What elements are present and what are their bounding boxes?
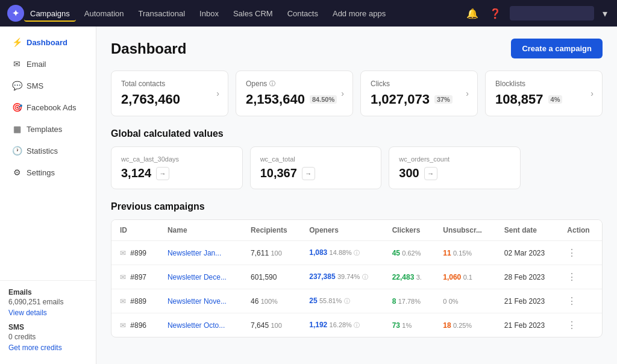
- nav-contacts[interactable]: Contacts: [281, 5, 324, 22]
- stat-card-contacts[interactable]: Total contacts 2,763,460 ›: [111, 71, 228, 116]
- settings-icon: ⚙: [12, 168, 22, 177]
- table-header-row: ID Name Recipients Openers Clickers Unsu…: [111, 220, 602, 241]
- sidebar-bottom: Emails 6,090,251 emails View details SMS…: [0, 280, 96, 359]
- email-row-icon-3: ✉: [120, 321, 126, 330]
- facebook-icon: 🎯: [12, 102, 22, 112]
- nav-automation[interactable]: Automation: [78, 5, 130, 22]
- cell-action-2: ⋮: [559, 289, 602, 313]
- calc-card-0[interactable]: wc_ca_last_30days 3,124 →: [111, 146, 243, 189]
- sidebar-item-settings[interactable]: ⚙ Settings: [4, 162, 92, 183]
- help-icon[interactable]: ❓: [487, 5, 504, 22]
- col-clickers: Clickers: [384, 220, 435, 241]
- cell-clickers-1: 22,483 3.: [384, 265, 435, 289]
- openers-info-icon-1: ⓘ: [362, 274, 368, 280]
- cell-name-2: Newsletter Nove...: [159, 289, 242, 313]
- campaign-link-0[interactable]: Newsletter Jan...: [168, 249, 221, 257]
- action-menu-0[interactable]: ⋮: [567, 248, 577, 258]
- campaigns-table: ID Name Recipients Openers Clickers Unsu…: [111, 220, 602, 337]
- sidebar-item-email[interactable]: ✉ Email: [4, 54, 92, 74]
- calc-arrow-0[interactable]: →: [156, 167, 169, 180]
- sidebar-item-statistics[interactable]: 🕐 Statistics: [4, 140, 92, 161]
- calc-arrow-1[interactable]: →: [302, 167, 315, 180]
- create-campaign-button[interactable]: Create a campaign: [511, 39, 603, 58]
- calc-card-2[interactable]: wc_orders_count 300 →: [389, 146, 521, 189]
- page-header: Dashboard Create a campaign: [111, 39, 603, 58]
- dashboard-icon: ⚡: [12, 37, 22, 47]
- page-title: Dashboard: [111, 40, 186, 57]
- cell-unsubscr-2: 0 0%: [434, 289, 496, 313]
- col-sent-date: Sent date: [496, 220, 559, 241]
- nav-right: 🔔 ❓ ▾: [464, 5, 610, 22]
- stat-card-opens[interactable]: Opens ⓘ 2,153,640 84.50% ›: [236, 71, 353, 116]
- sidebar-item-templates[interactable]: ▦ Templates: [4, 119, 92, 139]
- top-nav: ✦ Campaigns Automation Transactional Inb…: [0, 0, 617, 27]
- nav-sales-crm[interactable]: Sales CRM: [227, 5, 279, 22]
- calc-card-1[interactable]: wc_ca_total 10,367 →: [250, 146, 382, 189]
- nav-add-apps[interactable]: Add more apps: [327, 5, 392, 22]
- sms-label: SMS: [8, 323, 87, 331]
- main-content: Dashboard Create a campaign Total contac…: [96, 27, 617, 364]
- sidebar-label-templates: Templates: [27, 125, 62, 134]
- cell-action-3: ⋮: [559, 313, 602, 337]
- get-credits-link[interactable]: Get more credits: [8, 344, 62, 352]
- nav-transactional[interactable]: Transactional: [133, 5, 192, 22]
- openers-info-icon-3: ⓘ: [354, 322, 360, 328]
- campaign-link-1[interactable]: Newsletter Dece...: [168, 273, 227, 281]
- openers-info-icon-2: ⓘ: [344, 298, 350, 304]
- sidebar-label-statistics: Statistics: [27, 146, 58, 155]
- notifications-icon[interactable]: 🔔: [464, 5, 481, 22]
- sidebar-label-facebook: Facebook Ads: [27, 103, 76, 112]
- stat-card-blocklists[interactable]: Blocklists 108,857 4% ›: [485, 71, 603, 116]
- action-menu-3[interactable]: ⋮: [567, 320, 577, 330]
- stat-label-clicks: Clicks: [371, 80, 468, 88]
- calc-label-0: wc_ca_last_30days: [121, 155, 233, 163]
- emails-label: Emails: [8, 288, 87, 297]
- cell-id-1: ✉ #897: [111, 265, 159, 289]
- blocklists-badge: 4%: [548, 95, 563, 104]
- templates-icon: ▦: [12, 124, 22, 134]
- action-menu-1[interactable]: ⋮: [567, 272, 577, 282]
- org-search[interactable]: [510, 6, 594, 20]
- action-menu-2[interactable]: ⋮: [567, 296, 577, 306]
- calc-value-0: 3,124 →: [121, 166, 233, 180]
- email-row-icon-2: ✉: [120, 297, 126, 306]
- campaign-link-2[interactable]: Newsletter Nove...: [168, 297, 227, 306]
- sidebar-item-dashboard[interactable]: ⚡ Dashboard: [4, 32, 92, 52]
- nav-inbox[interactable]: Inbox: [193, 5, 225, 22]
- stats-grid: Total contacts 2,763,460 › Opens ⓘ 2,153…: [111, 71, 603, 116]
- nav-links: Campaigns Automation Transactional Inbox…: [24, 5, 464, 22]
- opens-badge: 84.50%: [310, 95, 337, 104]
- stat-arrow-opens: ›: [341, 89, 344, 98]
- cell-recipients-3: 7,645 100: [242, 313, 301, 337]
- stat-value-blocklists: 108,857 4%: [495, 92, 592, 107]
- dropdown-icon[interactable]: ▾: [600, 5, 610, 22]
- cell-openers-2: 25 55.81% ⓘ: [301, 289, 383, 313]
- cell-openers-0: 1,083 14.88% ⓘ: [301, 241, 383, 265]
- col-id: ID: [111, 220, 159, 241]
- cell-sent-date-0: 02 Mar 2023: [496, 241, 559, 265]
- email-row-icon-0: ✉: [120, 249, 126, 257]
- stat-arrow-clicks: ›: [466, 89, 469, 98]
- main-layout: ⚡ Dashboard ✉ Email 💬 SMS 🎯 Facebook Ads…: [0, 27, 617, 364]
- nav-campaigns[interactable]: Campaigns: [24, 5, 76, 22]
- campaigns-section: ID Name Recipients Openers Clickers Unsu…: [111, 219, 603, 337]
- stat-label-blocklists: Blocklists: [495, 80, 592, 88]
- table-row: ✉ #897 Newsletter Dece... 601,590 237,38…: [111, 265, 602, 289]
- campaign-link-3[interactable]: Newsletter Octo...: [168, 321, 225, 330]
- stat-card-clicks[interactable]: Clicks 1,027,073 37% ›: [360, 71, 478, 116]
- stat-arrow-contacts: ›: [216, 89, 219, 98]
- sidebar-item-facebook-ads[interactable]: 🎯 Facebook Ads: [4, 97, 92, 118]
- stat-label-opens: Opens ⓘ: [246, 80, 343, 88]
- sms-value: 0 credits: [8, 333, 87, 341]
- cell-action-1: ⋮: [559, 265, 602, 289]
- cell-clickers-3: 73 1%: [384, 313, 435, 337]
- stat-value-contacts: 2,763,460: [121, 92, 218, 107]
- clicks-badge: 37%: [434, 95, 453, 104]
- calc-label-2: wc_orders_count: [399, 155, 510, 163]
- stat-arrow-blocklists: ›: [590, 89, 594, 98]
- cell-id-3: ✉ #896: [111, 313, 159, 337]
- calc-arrow-2[interactable]: →: [424, 167, 437, 180]
- view-details-link[interactable]: View details: [8, 309, 47, 317]
- table-row: ✉ #896 Newsletter Octo... 7,645 100 1,19…: [111, 313, 602, 337]
- sidebar-item-sms[interactable]: 💬 SMS: [4, 75, 92, 96]
